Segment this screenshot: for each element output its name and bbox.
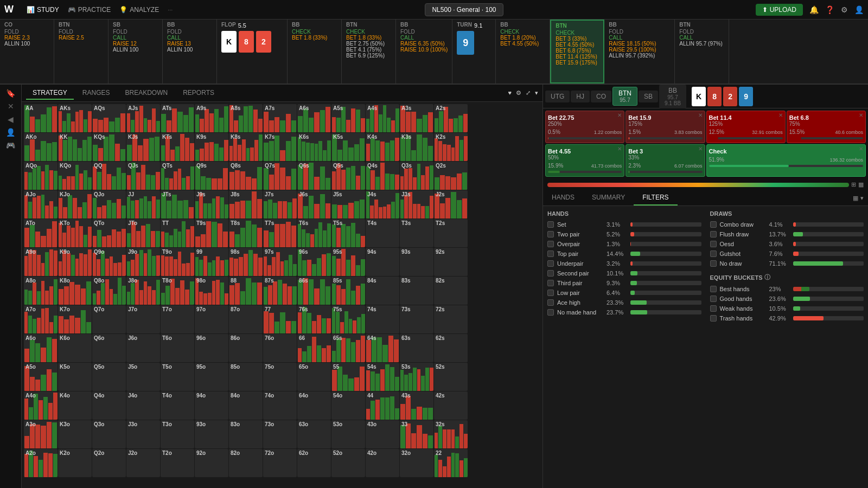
matrix-cell-92s[interactable]: 92s xyxy=(434,248,468,276)
matrix-cell-t5s[interactable]: T5s xyxy=(331,219,365,247)
arrow-left-icon[interactable]: ◀ xyxy=(8,115,14,124)
matrix-cell-ako[interactable]: AKo xyxy=(24,133,58,161)
matrix-cell-86s[interactable]: 86s xyxy=(297,277,331,305)
matrix-cell-j4o[interactable]: J4o xyxy=(126,391,160,420)
matrix-cell-q8o[interactable]: Q8o xyxy=(92,277,126,305)
matrix-cell-q4o[interactable]: Q4o xyxy=(92,391,126,420)
checkbox-weak-hands[interactable] xyxy=(710,305,717,312)
matrix-cell-q2s[interactable]: Q2s xyxy=(434,162,468,190)
matrix-cell-32s[interactable]: 32s xyxy=(434,420,468,448)
matrix-cell-85o[interactable]: 85o xyxy=(229,363,263,391)
matrix-cell-k6s[interactable]: K6s xyxy=(297,133,331,161)
matrix-cell-q7s[interactable]: Q7s xyxy=(263,162,297,190)
tab-summary[interactable]: SUMMARY xyxy=(583,190,634,206)
matrix-cell-q2o[interactable]: Q2o xyxy=(92,449,126,477)
upload-button[interactable]: ⬆ UPLOAD xyxy=(756,4,803,16)
matrix-cell-q3o[interactable]: Q3o xyxy=(92,420,126,448)
gamepad-icon[interactable]: 🎮 xyxy=(6,141,15,150)
matrix-cell-t4o[interactable]: T4o xyxy=(161,391,194,420)
checkbox-good-hands[interactable] xyxy=(710,296,717,302)
matrix-cell-96s[interactable]: 96s xyxy=(297,248,331,276)
matrix-cell-66[interactable]: 66 xyxy=(297,334,331,362)
bet-3-btn[interactable]: ✕ Bet 3 33% 2.3% 6.07 combos xyxy=(626,144,705,177)
matrix-cell-jts[interactable]: JTs xyxy=(161,190,194,219)
matrix-cell-72o[interactable]: 72o xyxy=(263,449,297,477)
matrix-cell-a2o[interactable]: A2o xyxy=(24,449,58,477)
matrix-cell-k2s[interactable]: K2s xyxy=(434,133,468,161)
bet-114-btn[interactable]: ✕ Bet 11.4 125% 12.5% 32.91 combos xyxy=(706,111,786,143)
checkbox-trash-hands[interactable] xyxy=(710,315,717,322)
matrix-cell-kjo[interactable]: KJo xyxy=(58,190,92,219)
matrix-cell-82o[interactable]: 82o xyxy=(229,449,263,477)
matrix-cell-k5o[interactable]: K5o xyxy=(58,363,92,391)
bell-icon[interactable]: 🔔 xyxy=(809,5,819,14)
checkbox-overpair[interactable] xyxy=(547,241,554,247)
matrix-cell-q7o[interactable]: Q7o xyxy=(92,305,126,333)
matrix-cell-55[interactable]: 55 xyxy=(331,363,365,391)
matrix-cell-t7s[interactable]: T7s xyxy=(263,219,297,247)
bet-455-btn[interactable]: ✕ Bet 4.55 50% 15.9% 41.73 combos xyxy=(545,144,624,177)
matrix-cell-62s[interactable]: 62s xyxy=(434,334,468,362)
more-icon[interactable]: ▾ xyxy=(535,89,538,97)
matrix-cell-87o[interactable]: 87o xyxy=(229,305,263,333)
matrix-cell-a8s[interactable]: A8s xyxy=(229,104,263,132)
check-btn[interactable]: ✕ Check 51.9% 136.32 combos xyxy=(706,144,866,177)
matrix-cell-74s[interactable]: 74s xyxy=(366,305,399,333)
matrix-cell-q5o[interactable]: Q5o xyxy=(92,363,126,391)
checkbox-two-pair[interactable] xyxy=(547,231,554,237)
matrix-cell-73o[interactable]: 73o xyxy=(263,420,297,448)
matrix-cell-j5s[interactable]: J5s xyxy=(331,190,365,219)
matrix-cell-j8s[interactable]: J8s xyxy=(229,190,263,219)
matrix-cell-92o[interactable]: 92o xyxy=(195,449,228,477)
matrix-cell-a5s[interactable]: A5s xyxy=(331,104,365,132)
matrix-cell-q9o[interactable]: Q9o xyxy=(92,248,126,276)
matrix-cell-qjs[interactable]: QJs xyxy=(126,162,160,190)
matrix-cell-qq[interactable]: QQ xyxy=(92,162,126,190)
matrix-cell-75s[interactable]: 75s xyxy=(331,305,365,333)
matrix-cell-84o[interactable]: 84o xyxy=(229,391,263,420)
matrix-cell-j2s[interactable]: J2s xyxy=(434,190,468,219)
checkbox-second-pair[interactable] xyxy=(547,270,554,277)
matrix-cell-86o[interactable]: 86o xyxy=(229,334,263,362)
checkbox-flush-draw[interactable] xyxy=(710,231,717,237)
matrix-cell-q4s[interactable]: Q4s xyxy=(366,162,399,190)
matrix-cell-64s[interactable]: 64s xyxy=(366,334,399,362)
matrix-cell-j9o[interactable]: J9o xyxy=(126,248,160,276)
nav-analyze[interactable]: 💡 ANALYZE xyxy=(119,6,159,14)
matrix-cell-t3s[interactable]: T3s xyxy=(400,219,433,247)
matrix-cell-88[interactable]: 88 xyxy=(229,277,263,305)
matrix-cell-j4s[interactable]: J4s xyxy=(366,190,399,219)
checkbox-low-pair[interactable] xyxy=(547,290,554,296)
matrix-cell-a9o[interactable]: A9o xyxy=(24,248,58,276)
checkbox-third-pair[interactable] xyxy=(547,280,554,286)
matrix-cell-aqs[interactable]: AQs xyxy=(92,104,126,132)
matrix-cell-j2o[interactable]: J2o xyxy=(126,449,160,477)
matrix-cell-87s[interactable]: 87s xyxy=(263,277,297,305)
matrix-cell-jj[interactable]: JJ xyxy=(126,190,160,219)
matrix-cell-65o[interactable]: 65o xyxy=(297,363,331,391)
matrix-cell-q6o[interactable]: Q6o xyxy=(92,334,126,362)
matrix-cell-a6o[interactable]: A6o xyxy=(24,334,58,362)
matrix-cell-t9o[interactable]: T9o xyxy=(161,248,194,276)
matrix-cell-k4s[interactable]: K4s xyxy=(366,133,399,161)
view-icon[interactable]: ▦ xyxy=(858,181,864,188)
matrix-cell-j7s[interactable]: J7s xyxy=(263,190,297,219)
matrix-cell-76o[interactable]: 76o xyxy=(263,334,297,362)
matrix-cell-54o[interactable]: 54o xyxy=(331,391,365,420)
matrix-cell-j6o[interactable]: J6o xyxy=(126,334,160,362)
matrix-cell-82s[interactable]: 82s xyxy=(434,277,468,305)
matrix-cell-54s[interactable]: 54s xyxy=(366,363,399,391)
more-icon[interactable]: ▾ xyxy=(860,195,864,202)
nav-practice[interactable]: 🎮 PRACTICE xyxy=(68,6,111,14)
matrix-cell-qto[interactable]: QTo xyxy=(92,219,126,247)
matrix-cell-k9s[interactable]: K9s xyxy=(195,133,228,161)
matrix-cell-k3s[interactable]: K3s xyxy=(400,133,433,161)
matrix-cell-q9s[interactable]: Q9s xyxy=(195,162,228,190)
matrix-cell-k7s[interactable]: K7s xyxy=(263,133,297,161)
matrix-cell-72s[interactable]: 72s xyxy=(434,305,468,333)
matrix-cell-75o[interactable]: 75o xyxy=(263,363,297,391)
close-icon[interactable]: ✕ xyxy=(778,112,783,118)
matrix-cell-95s[interactable]: 95s xyxy=(331,248,365,276)
close-icon[interactable]: ✕ xyxy=(8,102,14,111)
matrix-cell-j3o[interactable]: J3o xyxy=(126,420,160,448)
